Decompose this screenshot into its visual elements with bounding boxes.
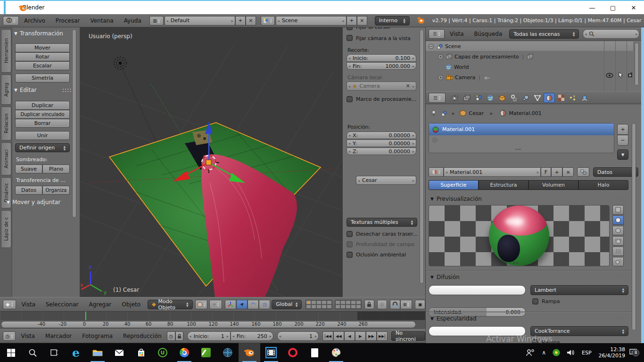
jump-to-start-button[interactable]: |◀◀ xyxy=(322,331,333,341)
proportional-edit-dropdown[interactable]: ◎ xyxy=(377,300,388,309)
tray-expand-chevron[interactable]: ∧ xyxy=(542,349,546,356)
scene-name-field[interactable]: Scene xyxy=(276,16,347,25)
frame-start-field[interactable]: Inicio:1 xyxy=(187,331,230,341)
blue-globe-app-icon[interactable] xyxy=(217,343,239,362)
cursor-y-field[interactable]: Y:0.00000 xyxy=(347,140,416,147)
menu-marcador[interactable]: Marcador xyxy=(40,333,77,339)
frame-end-field[interactable]: Fin:250 xyxy=(231,331,273,341)
menu-archivo[interactable]: Archivo xyxy=(19,17,50,24)
render-layers-tab-icon[interactable] xyxy=(461,93,472,103)
fijar-camara-checkbox[interactable] xyxy=(347,35,353,41)
borrar-button[interactable]: Borrar xyxy=(15,119,70,128)
mode-dropdown[interactable]: ◆ Modo Objeto▲▼ xyxy=(148,300,193,309)
jump-to-end-button[interactable]: ▶▶| xyxy=(377,331,388,341)
organiza-button[interactable]: Organiza xyxy=(42,186,70,195)
menu-seleccionar[interactable]: Seleccionar xyxy=(41,301,83,308)
volume-icon[interactable] xyxy=(567,349,575,356)
visibility-eye-icon[interactable] xyxy=(606,73,613,80)
preview-hair-button[interactable] xyxy=(612,247,624,256)
outliner-row-camera[interactable]: + Camera | xyxy=(426,73,633,82)
play-button[interactable]: ▶ xyxy=(355,331,366,341)
material-slot-selected[interactable]: Material.001 xyxy=(429,123,614,135)
diffuse-ramp-row[interactable]: Rampa xyxy=(532,298,560,304)
editor-type-selector[interactable]: ⓘ ▲▼ xyxy=(3,16,19,25)
unir-button[interactable]: Unir xyxy=(15,131,70,140)
video-editor-icon[interactable] xyxy=(260,343,282,362)
simetria-button[interactable]: Simetría xyxy=(15,74,70,82)
people-icon[interactable] xyxy=(526,349,535,356)
world-tab-icon[interactable] xyxy=(485,93,496,103)
escalar-button[interactable]: Escalar xyxy=(15,61,70,70)
tab-animacion[interactable]: Animaci xyxy=(1,142,11,175)
delete-scene-button[interactable]: × xyxy=(357,16,367,25)
cursor-z-field[interactable]: Z:0.00000 xyxy=(347,148,416,155)
outliner-row-world[interactable]: World xyxy=(426,62,633,72)
lamp-object[interactable] xyxy=(114,57,126,69)
nodes-toggle-button[interactable] xyxy=(577,167,589,177)
iobit-uninstaller-icon[interactable]: U xyxy=(152,343,173,362)
object-origin[interactable] xyxy=(206,160,211,165)
rotate-manipulator-toggle[interactable]: ◠ xyxy=(248,300,259,309)
menu-vista-3d[interactable]: Vista xyxy=(16,301,41,308)
tab-agregar[interactable]: Agreg xyxy=(1,74,11,105)
antivirus-shield-icon[interactable] xyxy=(553,349,560,356)
opera-icon[interactable] xyxy=(282,343,304,362)
menu-ventana[interactable]: Ventana xyxy=(85,17,118,24)
editor-type-selector-3d[interactable]: ◆ ▲▼ xyxy=(3,300,16,309)
taskbar-clock[interactable]: 12:38 26/4/2019 xyxy=(599,346,625,359)
start-button[interactable] xyxy=(0,343,22,362)
plano-button[interactable]: Plano xyxy=(42,165,70,173)
render-tab-icon[interactable] xyxy=(449,93,461,103)
properties-scrollbar[interactable] xyxy=(632,123,636,330)
green-graphics-app-icon[interactable] xyxy=(195,343,217,362)
blender-taskbar-icon[interactable] xyxy=(239,343,260,362)
remove-material-slot-button[interactable]: − xyxy=(617,135,628,146)
panel-preview-header[interactable]: ▼Previsualización xyxy=(430,196,482,202)
pivot-center-dropdown[interactable]: ⁘ ▲▼ xyxy=(209,300,222,309)
material-specials-menu[interactable]: ▼ xyxy=(617,149,628,160)
duplicar-button[interactable]: Duplicar xyxy=(15,101,70,110)
fijar-cursor-checkbox[interactable] xyxy=(347,27,353,30)
duplicar-vinculado-button[interactable]: Duplicar vinculado xyxy=(15,110,70,119)
browse-material-dropdown[interactable]: ▲▼ xyxy=(429,167,444,177)
clip-end-field[interactable]: Fin:1000.000 xyxy=(347,62,416,70)
panel-transformacion-header[interactable]: ▼ Transformación xyxy=(14,30,63,37)
tab-relaciones[interactable]: Relacion xyxy=(1,107,11,140)
layout-name-field[interactable]: Default xyxy=(165,16,235,25)
preview-sphere-button[interactable] xyxy=(612,215,624,225)
suave-button[interactable]: Suave xyxy=(15,165,42,173)
local-camera-field[interactable]: ◆ Camera ✕ xyxy=(347,82,416,90)
menu-vista-outliner[interactable]: Vista xyxy=(445,31,469,37)
scale-manipulator-toggle[interactable]: ◳ xyxy=(259,300,270,309)
npanel-scrollbar[interactable] xyxy=(420,29,424,284)
fijar-cursor-row[interactable]: Fijar al cursor xyxy=(347,27,391,30)
lock-to-scene-button[interactable] xyxy=(364,300,374,309)
scene-icon-button[interactable]: ▲▼ xyxy=(261,16,275,25)
previous-keyframe-button[interactable]: ◀◀ xyxy=(333,331,344,341)
render-engine-select[interactable]: Interno▲▼ xyxy=(375,16,410,25)
particles-tab-icon[interactable] xyxy=(567,93,578,103)
definir-origen-dropdown[interactable]: Definir origen▲▼ xyxy=(15,143,70,152)
add-layout-button[interactable]: + xyxy=(235,16,246,25)
tab-herramientas[interactable]: Herramien xyxy=(1,29,11,73)
breadcrumb-material[interactable]: Material.001 xyxy=(509,110,542,116)
editor-type-selector-outliner[interactable]: ☰ ▲▼ xyxy=(429,29,445,39)
toolshelf-scrollbar[interactable] xyxy=(72,29,76,218)
notepad-icon[interactable] xyxy=(304,343,325,362)
preview-cube-button[interactable] xyxy=(612,226,624,235)
minimize-button[interactable]: — xyxy=(582,1,603,14)
constraints-tab-icon[interactable] xyxy=(508,93,520,103)
scene-icon[interactable] xyxy=(441,110,447,116)
sync-mode-dropdown[interactable]: No sincroni xyxy=(391,331,425,341)
tab-volumen[interactable]: Volumen xyxy=(528,180,578,190)
menu-agregar[interactable]: Agregar xyxy=(83,301,116,308)
snap-element-dropdown[interactable]: ⊞▲▼ xyxy=(400,300,412,309)
translate-manipulator-toggle[interactable]: ➤ xyxy=(236,300,248,309)
object-tab-icon[interactable] xyxy=(496,93,508,103)
datos-button[interactable]: Datos xyxy=(15,186,42,195)
play-reverse-button[interactable]: ◀ xyxy=(344,331,355,341)
texture-tab-icon[interactable] xyxy=(555,93,567,103)
layers-widget[interactable] xyxy=(305,300,362,309)
unlink-material-button[interactable]: × xyxy=(562,167,574,177)
timeline-ruler[interactable]: -40 -20 0 20 40 60 80 100 120 140 160 18… xyxy=(0,320,425,329)
